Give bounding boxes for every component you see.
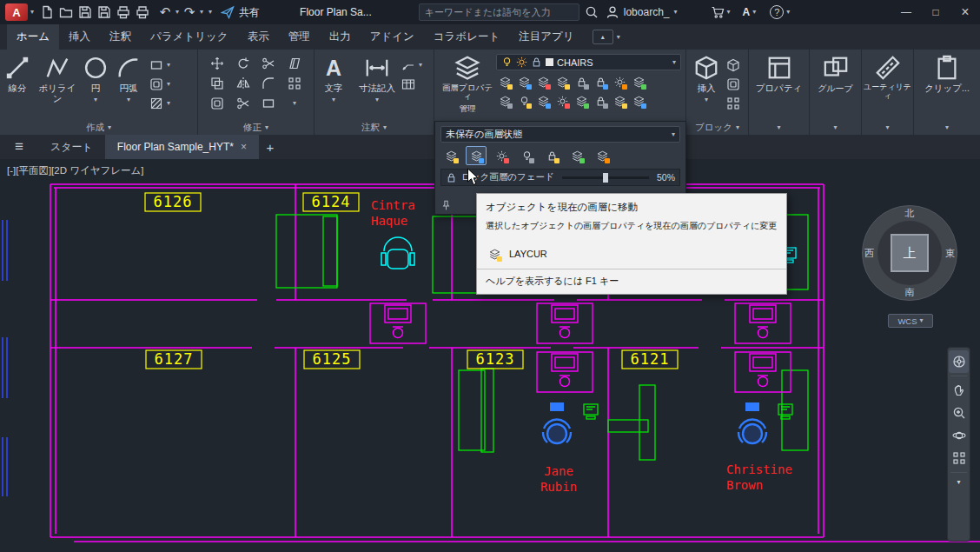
layer-walk-icon[interactable] [592,146,612,165]
table-tool-icon[interactable] [401,77,419,91]
rectangle-tool-icon[interactable] [149,58,167,72]
ribbon-collapse-icon[interactable]: ▴ [593,30,613,44]
layer-state-dropdown[interactable]: 未保存の画層状態 ▾ [440,126,680,143]
dimension-tool[interactable]: 寸法記入 ▾ [353,50,401,121]
layer-tool-icon[interactable] [611,74,628,90]
hatch-tool-icon[interactable] [149,96,167,110]
app-logo[interactable]: A [5,3,28,21]
open-file-icon[interactable] [56,1,76,23]
array-tool-icon[interactable] [284,76,305,90]
ribbon-collapse-control[interactable]: ▴ ▾ [593,30,620,44]
panel-block-label[interactable]: ブロック▾ [686,121,748,135]
hamburger-menu-icon[interactable]: ≡ [0,135,38,159]
hatch-caret-icon[interactable]: ▾ [167,100,177,107]
rectangle-caret-icon[interactable]: ▾ [167,62,177,69]
undo-icon[interactable]: ↶ [156,1,175,23]
layer-tool-icon[interactable] [630,74,647,90]
orbit-icon[interactable] [949,424,969,447]
leader-caret-icon[interactable]: ▾ [419,62,429,69]
viewcube-top-face[interactable]: 上 [891,234,929,272]
occupant-jane-rubin[interactable]: Jane Rubin [540,464,577,494]
tab-home[interactable]: ホーム [7,24,59,50]
block-attr-icon[interactable] [726,77,744,91]
zoom-icon[interactable] [949,402,969,424]
file-tab-start[interactable]: スタート [38,135,105,159]
layer-isolate-icon[interactable] [440,146,461,165]
mirror-tool-icon[interactable] [233,76,254,90]
tab-view[interactable]: 表示 [238,24,279,50]
new-drawing-tab-button[interactable]: + [259,135,281,159]
polyline-tool[interactable]: ポリライン [35,50,80,121]
redo-icon[interactable]: ↷ [180,1,199,23]
wcs-selector[interactable]: WCS ▾ [888,314,933,328]
offset-tool-icon[interactable] [207,96,228,110]
room-label-6121[interactable]: 6121 [622,350,678,369]
panel-annotate-label[interactable]: 注釈▾ [315,121,434,135]
layer-tool-icon[interactable] [592,93,609,109]
ellipse-caret-icon[interactable]: ▾ [167,81,177,88]
insert-block-caret-icon[interactable]: ▾ [705,96,708,103]
tab-featured-apps[interactable]: 注目アプリ [509,24,583,50]
layer-tool-icon[interactable] [573,74,590,90]
text-tool[interactable]: A 文字 ▾ [315,50,353,121]
layer-tool-icon[interactable] [496,74,513,90]
line-tool[interactable]: 線分 [0,50,35,121]
search-input[interactable] [425,7,573,17]
panel-modify-label[interactable]: 修正▾ [198,121,314,135]
explode-tool-icon[interactable] [233,96,254,110]
tab-addins[interactable]: アドイン [361,24,424,50]
tab-collaborate[interactable]: コラボレート [424,24,509,50]
search-icon[interactable] [585,5,599,19]
file-tab-drawing[interactable]: Floor Plan Sample_HYT* × [105,135,259,159]
show-motion-icon[interactable] [949,447,969,469]
layer-freeze-icon[interactable] [491,146,512,165]
erase-tool-icon[interactable] [284,57,305,70]
block-define-icon[interactable] [726,96,744,110]
text-caret-icon[interactable]: ▾ [332,96,335,103]
move-tool-icon[interactable] [207,57,228,70]
panel-utilities-label[interactable]: ▾ [862,121,913,135]
plot-icon[interactable] [114,1,133,23]
fillet-tool-icon[interactable] [259,76,280,90]
viewcube-south[interactable]: 南 [905,286,915,299]
save-icon[interactable] [76,1,95,23]
layer-tool-icon[interactable] [496,93,513,109]
ribbon-collapse-caret-icon[interactable]: ▾ [617,34,620,41]
panel-properties-label[interactable]: ▾ [749,121,809,135]
room-label-6127[interactable]: 6127 [146,350,202,369]
arc-tool[interactable]: 円弧 ▾ [111,50,146,121]
new-file-icon[interactable] [37,1,56,23]
viewcube-north[interactable]: 北 [905,207,915,220]
circle-caret-icon[interactable]: ▾ [94,96,97,103]
tab-annotate[interactable]: 注釈 [100,24,141,50]
layer-tool-icon[interactable] [553,74,571,90]
tab-output[interactable]: 出力 [320,24,361,50]
steering-wheel-icon[interactable] [949,350,969,373]
layer-match-icon[interactable] [566,146,587,165]
search-box[interactable] [419,3,579,21]
rotate-tool-icon[interactable] [233,57,254,70]
fade-slider[interactable] [562,176,649,179]
blue-edge-marks[interactable] [3,220,7,496]
room-label-6123[interactable]: 6123 [467,350,523,369]
viewcube-east[interactable]: 東 [945,247,955,260]
share-button[interactable]: 共有 [221,5,260,20]
layer-tool-icon[interactable] [630,93,647,109]
insert-block-tool[interactable]: 挿入 ▾ [686,50,726,121]
layer-tool-icon[interactable] [534,74,552,90]
block-edit-icon[interactable] [726,58,744,72]
ellipse-tool-icon[interactable] [149,77,167,91]
room-label-6124[interactable]: 6124 [303,193,359,211]
layer-tool-icon[interactable] [592,74,609,90]
print-icon[interactable] [133,1,152,23]
layer-tool-icon[interactable] [515,93,533,109]
layer-tool-icon[interactable] [534,93,552,109]
room-label-6126[interactable]: 6126 [145,193,201,211]
autodesk-app-button[interactable]: A ▾ [743,6,757,18]
qat-customize-caret-icon[interactable]: ▾ [209,9,212,16]
trim-tool-icon[interactable] [259,57,280,70]
store-cart-button[interactable]: ▾ [711,5,731,19]
modify-more-caret-icon[interactable]: ▾ [284,96,305,110]
tab-manage[interactable]: 管理 [279,24,320,50]
copy-tool-icon[interactable] [207,76,228,90]
